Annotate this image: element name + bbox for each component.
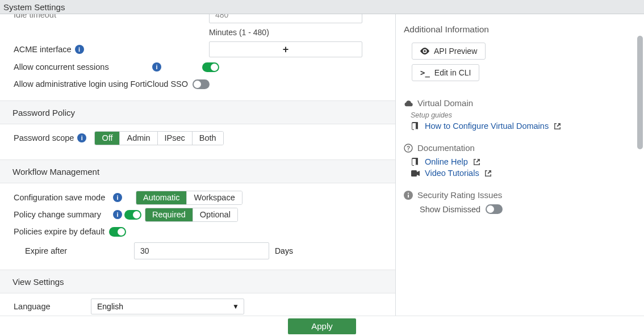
password-scope-ipsec[interactable]: IPsec — [158, 132, 193, 145]
svg-text:?: ? — [407, 145, 410, 151]
documentation-heading: ? Documentation — [404, 143, 637, 153]
idle-timeout-hint: Minutes (1 - 480) — [209, 28, 269, 37]
book-icon — [411, 122, 420, 130]
language-label: Language — [14, 302, 51, 311]
password-scope-both[interactable]: Both — [193, 132, 223, 145]
info-icon[interactable]: i — [113, 193, 122, 202]
config-save-workspace[interactable]: Workspace — [187, 191, 241, 204]
idle-timeout-input[interactable] — [209, 14, 362, 23]
security-rating-heading: Security Rating Issues — [404, 190, 637, 200]
expire-after-label: Expire after — [25, 246, 67, 255]
forticloud-sso-label: Allow administrative login using FortiCl… — [14, 79, 188, 89]
external-link-icon[interactable] — [473, 158, 480, 166]
password-scope-admin[interactable]: Admin — [120, 132, 157, 145]
side-scrollbar[interactable] — [637, 36, 643, 149]
book-icon — [411, 158, 420, 166]
svg-point-6 — [408, 192, 409, 194]
terminal-icon: >_ — [420, 68, 430, 77]
video-icon — [411, 170, 420, 177]
svg-rect-5 — [408, 195, 409, 198]
language-select[interactable]: English ▼ — [91, 299, 244, 314]
edit-in-cli-button[interactable]: >_ Edit in CLI — [412, 64, 479, 81]
forticloud-sso-toggle[interactable] — [193, 79, 210, 89]
additional-information-heading: Additional Information — [404, 24, 637, 35]
concurrent-sessions-toggle[interactable] — [202, 62, 219, 72]
info-icon[interactable]: i — [152, 62, 161, 72]
view-settings-heading: View Settings — [0, 270, 395, 293]
policy-change-segmented[interactable]: Required Optional — [145, 208, 238, 222]
footer: Apply — [0, 316, 644, 336]
policy-change-optional[interactable]: Optional — [193, 208, 237, 221]
external-link-icon[interactable] — [484, 170, 492, 177]
online-help-link[interactable]: Online Help — [425, 157, 468, 166]
show-dismissed-toggle[interactable] — [486, 204, 503, 214]
help-icon: ? — [404, 144, 413, 153]
virtual-domain-heading: Virtual Domain — [404, 98, 637, 108]
info-icon[interactable]: i — [75, 45, 84, 54]
chevron-down-icon: ▼ — [232, 303, 239, 310]
sidebar: Additional Information API Preview >_ Ed… — [396, 14, 644, 316]
policy-change-required[interactable]: Required — [145, 208, 193, 221]
info-icon[interactable]: i — [77, 133, 86, 142]
password-policy-heading: Password Policy — [0, 100, 395, 124]
svg-rect-3 — [411, 170, 417, 177]
setup-guides-label: Setup guides — [411, 111, 637, 119]
info-circle-icon — [404, 191, 413, 200]
video-tutorials-link[interactable]: Video Tutorials — [425, 169, 479, 178]
info-icon[interactable]: i — [113, 210, 122, 219]
config-save-mode-label: Configuration save mode — [14, 193, 105, 202]
vdom-config-link[interactable]: How to Configure Virtual Domains — [425, 121, 549, 131]
expire-after-input[interactable] — [134, 242, 269, 259]
api-preview-button[interactable]: API Preview — [412, 43, 486, 60]
acme-interface-label: ACME interface — [14, 45, 72, 54]
idle-timeout-label: Idle timeout — [14, 14, 56, 19]
password-scope-label: Password scope — [14, 133, 74, 142]
show-dismissed-label: Show Dismissed — [420, 205, 480, 214]
policy-change-summary-toggle[interactable] — [124, 210, 141, 220]
cloud-icon — [404, 100, 413, 107]
password-scope-off[interactable]: Off — [95, 132, 120, 145]
page-title: System Settings — [0, 0, 644, 14]
policies-expire-toggle[interactable] — [109, 227, 126, 237]
main-panel: Idle timeout Minutes (1 - 480) ACME inte… — [0, 14, 396, 316]
apply-button[interactable]: Apply — [288, 318, 356, 334]
svg-point-0 — [424, 50, 426, 52]
eye-icon — [420, 48, 429, 54]
expire-after-unit: Days — [275, 246, 293, 255]
concurrent-sessions-label: Allow concurrent sessions — [14, 62, 109, 72]
acme-interface-add-button[interactable]: + — [209, 41, 362, 57]
workflow-heading: Workflow Management — [0, 159, 395, 183]
config-save-mode-segmented[interactable]: Automatic Workspace — [136, 191, 242, 205]
policy-change-summary-label: Policy change summary — [14, 210, 101, 219]
password-scope-segmented[interactable]: Off Admin IPsec Both — [94, 131, 223, 145]
policies-expire-label: Policies expire by default — [14, 227, 104, 236]
config-save-auto[interactable]: Automatic — [136, 191, 187, 204]
external-link-icon[interactable] — [554, 123, 561, 130]
